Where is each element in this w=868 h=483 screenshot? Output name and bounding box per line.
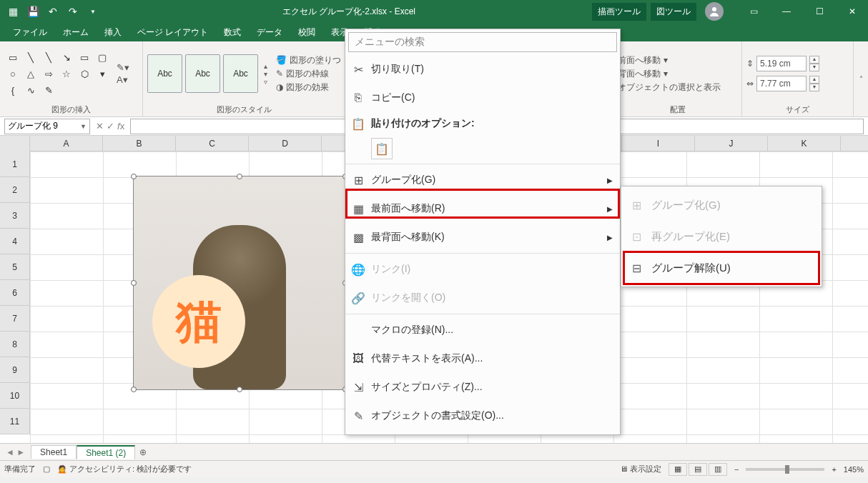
shape-rect-icon[interactable]: ▭	[76, 49, 93, 65]
paste-option-button[interactable]: 📋	[371, 138, 393, 159]
ribbon-collapse-button[interactable]: ˄	[854, 41, 868, 116]
row-header[interactable]: 11	[0, 409, 29, 434]
zoom-out-button[interactable]: −	[734, 465, 739, 474]
row-header[interactable]: 2	[0, 177, 29, 203]
drawing-tools-tab[interactable]: 描画ツール	[592, 3, 646, 21]
tab-file[interactable]: ファイル	[6, 24, 54, 41]
shape-height-input[interactable]: 5.19 cm	[756, 56, 807, 71]
shape-arrowr-icon[interactable]: ⇨	[40, 66, 57, 81]
display-settings[interactable]: 🖥 表示設定	[620, 464, 661, 474]
menu-bring-front[interactable]: ▦ 最前面へ移動(R) ▶	[345, 194, 620, 223]
row-header[interactable]: 1	[0, 151, 29, 177]
resize-handle[interactable]	[237, 387, 242, 392]
col-header[interactable]: I	[622, 136, 695, 151]
shape-textbox-icon[interactable]: ▭	[4, 49, 21, 65]
row-header[interactable]: 9	[0, 357, 29, 383]
textbox-button-icon[interactable]: A▾	[117, 74, 129, 85]
resize-handle[interactable]	[237, 174, 242, 179]
tab-insert[interactable]: 挿入	[97, 24, 129, 41]
shape-line-icon[interactable]: ╲	[22, 49, 39, 65]
row-header[interactable]: 4	[0, 229, 29, 254]
submenu-ungroup[interactable]: ⊟ グループ解除(U)	[621, 252, 822, 284]
resize-handle[interactable]	[131, 387, 137, 392]
shape-tri-icon[interactable]: △	[22, 66, 39, 81]
zoom-slider[interactable]	[746, 468, 824, 471]
zoom-in-button[interactable]: +	[832, 465, 836, 474]
menu-search-input[interactable]: メニューの検索	[348, 32, 617, 52]
shape-arrow-icon[interactable]: ↘	[58, 49, 75, 65]
width-up[interactable]: ▲	[809, 76, 819, 84]
menu-size-props[interactable]: ⇲ サイズとプロパティ(Z)...	[345, 373, 620, 402]
menu-format-object[interactable]: ✎ オブジェクトの書式設定(O)...	[345, 402, 620, 430]
shape-square-icon[interactable]: ▢	[94, 49, 111, 65]
shape-hex-icon[interactable]: ⬡	[76, 66, 93, 81]
sheet-tab-active[interactable]: Sheet1 (2)	[77, 445, 135, 459]
col-header[interactable]: C	[176, 136, 249, 151]
shape-style-2[interactable]: Abc	[185, 54, 220, 93]
accessibility-status[interactable]: 🙍 アクセシビリティ: 検討が必要です	[57, 464, 192, 474]
shape-more-icon[interactable]: ▾	[94, 66, 111, 81]
shape-width-input[interactable]: 7.77 cm	[756, 76, 807, 91]
shape-star-icon[interactable]: ☆	[58, 66, 75, 81]
sheet-tab[interactable]: Sheet1	[31, 445, 77, 459]
account-avatar[interactable]	[705, 2, 724, 21]
menu-assign-macro[interactable]: マクロの登録(N)...	[345, 316, 620, 344]
style-gallery-more[interactable]: ▴▾▿	[264, 62, 267, 86]
col-header[interactable]: A	[30, 136, 103, 151]
resize-handle[interactable]	[131, 280, 137, 286]
send-backward-button[interactable]: 背面へ移動 ▾	[618, 68, 721, 80]
zoom-level[interactable]: 145%	[844, 465, 864, 474]
resize-handle[interactable]	[131, 174, 137, 179]
row-header[interactable]: 7	[0, 306, 29, 332]
qat-dropdown[interactable]: ▼	[84, 3, 102, 20]
menu-cut[interactable]: ✂ 切り取り(T)	[345, 55, 620, 84]
shape-brace-icon[interactable]: {	[4, 82, 21, 98]
select-all-corner[interactable]	[0, 136, 30, 151]
tab-formulas[interactable]: 数式	[217, 24, 248, 41]
picture-tools-tab[interactable]: 図ツール	[651, 3, 696, 21]
macro-record-icon[interactable]: ▢	[43, 464, 50, 474]
cancel-icon[interactable]: ✕	[96, 121, 104, 131]
height-down[interactable]: ▼	[809, 64, 819, 71]
menu-group[interactable]: ⊞ グループ化(G) ▶	[345, 166, 620, 194]
col-header[interactable]: K	[768, 136, 841, 151]
shape-free-icon[interactable]: ✎	[40, 82, 57, 98]
tab-home[interactable]: ホーム	[56, 24, 96, 41]
width-down[interactable]: ▼	[809, 84, 819, 91]
menu-send-back[interactable]: ▩ 最背面へ移動(K) ▶	[345, 223, 620, 252]
row-header[interactable]: 8	[0, 332, 29, 357]
selection-pane-button[interactable]: オブジェクトの選択と表示	[618, 81, 721, 94]
col-header[interactable]: D	[249, 136, 322, 151]
tab-layout[interactable]: ページ レイアウト	[130, 24, 215, 41]
row-header[interactable]: 3	[0, 203, 29, 229]
tab-review[interactable]: 校閲	[291, 24, 322, 41]
shape-outline-button[interactable]: ✎図形の枠線	[276, 68, 341, 80]
row-header[interactable]: 10	[0, 383, 29, 409]
close-button[interactable]: ✕	[837, 1, 868, 22]
view-page-break-button[interactable]: ▥	[709, 463, 727, 476]
sheet-nav[interactable]: ◄ ►	[0, 447, 31, 457]
col-header[interactable]: J	[695, 136, 768, 151]
save-button[interactable]: 💾	[24, 3, 41, 20]
row-header[interactable]: 5	[0, 254, 29, 280]
redo-button[interactable]: ↷	[64, 3, 82, 20]
shapes-gallery[interactable]: ▭ ╲ ╲ ↘ ▭ ▢ ○ △ ⇨ ☆ ⬡ ▾ { ∿ ✎	[4, 49, 111, 98]
zoom-thumb[interactable]	[785, 465, 789, 474]
menu-alt-text[interactable]: 🖼 代替テキストを表示(A)...	[345, 344, 620, 373]
circle-text-shape[interactable]: 猫	[152, 275, 245, 368]
ribbon-options-button[interactable]: ▭	[738, 1, 769, 22]
add-sheet-button[interactable]: ⊕	[135, 447, 151, 457]
shape-fill-button[interactable]: 🪣図形の塗りつ	[276, 54, 341, 66]
shape-style-1[interactable]: Abc	[147, 54, 182, 93]
shape-effects-button[interactable]: ◑図形の効果	[276, 81, 341, 94]
name-box[interactable]: グループ化 9 ▼	[4, 119, 90, 134]
col-header[interactable]: B	[103, 136, 176, 151]
confirm-icon[interactable]: ✓	[107, 121, 114, 131]
fx-icon[interactable]: fx	[117, 121, 124, 131]
shape-style-3[interactable]: Abc	[223, 54, 258, 93]
shape-line2-icon[interactable]: ╲	[40, 49, 57, 65]
row-header[interactable]: 6	[0, 280, 29, 306]
menu-copy[interactable]: ⎘ コピー(C)	[345, 84, 620, 112]
tab-data[interactable]: データ	[250, 24, 290, 41]
height-up[interactable]: ▲	[809, 56, 819, 64]
